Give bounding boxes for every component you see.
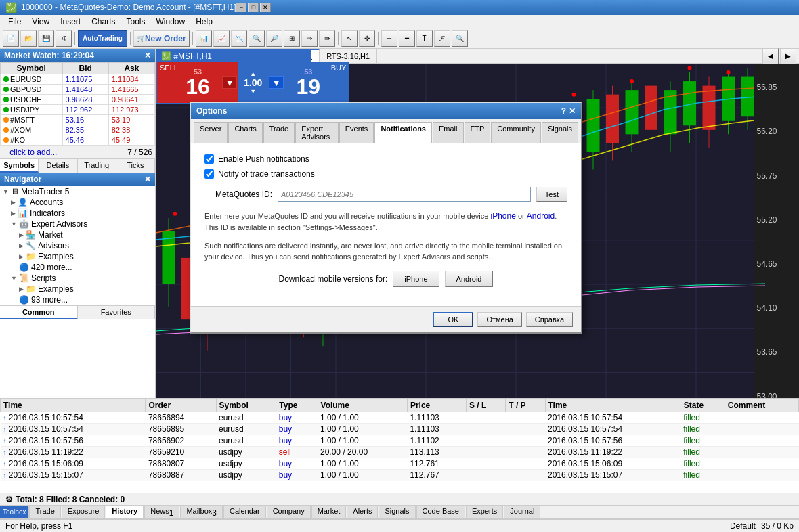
minimize-button[interactable]: − bbox=[236, 3, 246, 12]
sell-arrow[interactable]: ▼ bbox=[222, 76, 237, 89]
tab-codebase[interactable]: Code Base bbox=[416, 505, 465, 519]
trade-row[interactable]: ↑ 2016.03.15 10:57:56 78656902 eurusd bu… bbox=[1, 435, 799, 447]
nav-more-ea[interactable]: 🔵 420 more... bbox=[0, 262, 155, 273]
dialog-tab-signals[interactable]: Signals bbox=[542, 122, 578, 143]
toolbar-print[interactable]: 🖨 bbox=[56, 30, 72, 47]
market-watch-row[interactable]: #MSFT 53.16 53.19 bbox=[1, 115, 155, 125]
trade-row[interactable]: ↑ 2016.03.15 10:57:54 78656895 eurusd bu… bbox=[1, 424, 799, 435]
sell-button[interactable]: SELL 53 16 ▼ bbox=[157, 62, 238, 103]
mw-add-link[interactable]: + click to add... bbox=[3, 148, 57, 157]
market-watch-row[interactable]: GBPUSD 1.41648 1.41665 bbox=[1, 85, 155, 95]
nav-expert-advisors[interactable]: ▼ 🤖 Expert Advisors bbox=[0, 219, 155, 229]
toolbar-text[interactable]: T bbox=[416, 30, 433, 47]
autotrading-button[interactable]: AutoTrading bbox=[78, 30, 127, 47]
dialog-tab-email[interactable]: Email bbox=[433, 122, 464, 143]
nav-tab-favorites[interactable]: Favorites bbox=[78, 306, 156, 319]
tab-signals[interactable]: Signals bbox=[379, 505, 415, 519]
toolbar-cursor[interactable]: ↖ bbox=[341, 30, 358, 47]
dialog-tab-ftp[interactable]: FTP bbox=[465, 122, 491, 143]
neworder-button[interactable]: 🛒 New Order bbox=[133, 30, 190, 47]
tab-company[interactable]: Company bbox=[267, 505, 311, 519]
trade-table-container[interactable]: Time Order Symbol Type Volume Price S / … bbox=[0, 398, 799, 493]
dialog-tab-trade[interactable]: Trade bbox=[263, 122, 295, 143]
tab-calendar[interactable]: Calendar bbox=[223, 505, 266, 519]
maximize-button[interactable]: □ bbox=[248, 3, 259, 12]
toolbar-scroll2[interactable]: ⇛ bbox=[319, 30, 335, 47]
navigator-close[interactable]: ✕ bbox=[144, 175, 151, 184]
market-watch-row[interactable]: #XOM 82.35 82.38 bbox=[1, 125, 155, 135]
toolbar-zoomin[interactable]: 🔍 bbox=[249, 30, 265, 47]
toolbar-open[interactable]: 📂 bbox=[20, 30, 37, 47]
menu-window[interactable]: Window bbox=[151, 16, 191, 28]
nav-examples-scripts[interactable]: ▶ 📁 Examples bbox=[0, 284, 155, 294]
nav-scripts[interactable]: ▼ 📜 Scripts bbox=[0, 273, 155, 284]
menu-charts[interactable]: Charts bbox=[86, 16, 121, 28]
dialog-tab-events[interactable]: Events bbox=[339, 122, 374, 143]
toolbar-scroll[interactable]: ⇒ bbox=[301, 30, 318, 47]
tab-alerts[interactable]: Alerts bbox=[347, 505, 378, 519]
nav-more-scripts[interactable]: 🔵 93 more... bbox=[0, 294, 155, 305]
tab-exposure[interactable]: Exposure bbox=[62, 505, 105, 519]
chart-scroll-left[interactable]: ◀ bbox=[762, 48, 779, 64]
nav-indicators[interactable]: ▶ 📊 Indicators bbox=[0, 208, 155, 219]
toolbar-hline[interactable]: ━ bbox=[399, 30, 415, 47]
trade-row[interactable]: ↑ 2016.03.15 15:15:07 78680887 usdjpy bu… bbox=[1, 470, 799, 481]
menu-tools[interactable]: Tools bbox=[121, 16, 151, 28]
tab-experts[interactable]: Experts bbox=[466, 505, 503, 519]
ok-button[interactable]: OK bbox=[433, 312, 473, 327]
tab-journal[interactable]: Journal bbox=[504, 505, 540, 519]
nav-metatrader5[interactable]: ▼ 🖥 MetaTrader 5 bbox=[0, 186, 155, 197]
toolbar-chart3[interactable]: 📉 bbox=[231, 30, 247, 47]
buy-button[interactable]: BUY 53 19 ▼ bbox=[267, 62, 349, 103]
dialog-tab-server[interactable]: Server bbox=[194, 122, 228, 143]
chart-scroll-right[interactable]: ▶ bbox=[780, 48, 796, 64]
dialog-tab-charts[interactable]: Charts bbox=[228, 122, 262, 143]
metaquotes-id-input[interactable] bbox=[278, 187, 531, 202]
menu-help[interactable]: Help bbox=[190, 16, 218, 28]
toolbar-line[interactable]: ─ bbox=[381, 30, 397, 47]
trade-row[interactable]: ↑ 2016.03.15 10:57:54 78656894 eurusd bu… bbox=[1, 412, 799, 424]
nav-tab-common[interactable]: Common bbox=[0, 306, 78, 319]
mw-tab-details[interactable]: Details bbox=[39, 159, 77, 173]
menu-insert[interactable]: Insert bbox=[55, 16, 86, 28]
iphone-button[interactable]: iPhone bbox=[393, 271, 439, 287]
tab-market[interactable]: Market bbox=[311, 505, 347, 519]
buy-arrow[interactable]: ▼ bbox=[269, 76, 284, 89]
mw-tab-symbols[interactable]: Symbols bbox=[0, 159, 39, 173]
tab-trade[interactable]: Trade bbox=[29, 505, 60, 519]
android-button[interactable]: Android bbox=[445, 271, 494, 287]
menu-view[interactable]: View bbox=[26, 16, 55, 28]
test-button[interactable]: Test bbox=[536, 187, 567, 202]
help-button[interactable]: Справка bbox=[526, 312, 573, 327]
toolbar-fib[interactable]: 𝓕 bbox=[434, 30, 450, 47]
trade-row[interactable]: ↑ 2016.03.15 11:19:22 78659210 usdjpy se… bbox=[1, 447, 799, 458]
enable-push-checkbox[interactable] bbox=[204, 154, 214, 164]
market-watch-row[interactable]: USDJPY 112.962 112.973 bbox=[1, 105, 155, 115]
chart-tab-rts[interactable]: RTS-3.16,H1 bbox=[320, 49, 377, 63]
menu-file[interactable]: File bbox=[3, 16, 26, 28]
dialog-tab-community[interactable]: Community bbox=[491, 122, 541, 143]
nav-market[interactable]: ▶ 🏪 Market bbox=[0, 229, 155, 240]
toolbar-search[interactable]: 🔍 bbox=[452, 30, 468, 47]
toolbox-label[interactable]: Toolbox bbox=[0, 506, 29, 518]
toolbar-chart2[interactable]: 📈 bbox=[213, 30, 230, 47]
market-watch-row[interactable]: USDCHF 0.98628 0.98641 bbox=[1, 95, 155, 105]
lot-control[interactable]: ▲ 1.00 ▼ bbox=[238, 62, 267, 103]
cancel-button[interactable]: Отмена bbox=[477, 312, 521, 327]
market-watch-close[interactable]: ✕ bbox=[144, 51, 151, 60]
toolbar-grid[interactable]: ⊞ bbox=[284, 30, 300, 47]
tab-history[interactable]: History bbox=[106, 505, 144, 519]
mw-tab-trading[interactable]: Trading bbox=[78, 159, 116, 173]
tab-mailbox[interactable]: Mailbox3 bbox=[180, 505, 223, 519]
nav-advisors[interactable]: ▶ 🔧 Advisors bbox=[0, 240, 155, 251]
dialog-tab-expert[interactable]: Expert Advisors bbox=[295, 122, 339, 143]
toolbar-chart1[interactable]: 📊 bbox=[196, 30, 212, 47]
market-watch-row[interactable]: EURUSD 1.11075 1.11084 bbox=[1, 74, 155, 85]
trade-row[interactable]: ↑ 2016.03.15 15:06:09 78680807 usdjpy bu… bbox=[1, 458, 799, 470]
dialog-help-icon[interactable]: ? bbox=[561, 106, 566, 116]
dialog-tab-notifications[interactable]: Notifications bbox=[374, 122, 432, 143]
toolbar-crosshair[interactable]: ✛ bbox=[359, 30, 375, 47]
mw-tab-ticks[interactable]: Ticks bbox=[116, 159, 155, 173]
toolbar-new[interactable]: 📄 bbox=[3, 30, 19, 47]
market-watch-row[interactable]: #KO 45.46 45.49 bbox=[1, 135, 155, 146]
